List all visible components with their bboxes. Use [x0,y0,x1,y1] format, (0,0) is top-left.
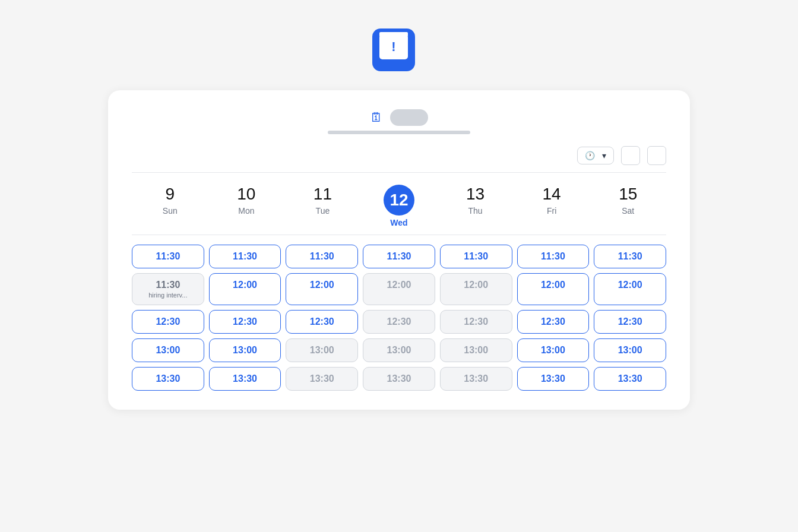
slot-time: 12:00 [213,280,277,290]
slot-time: 13:00 [290,345,354,356]
day-number: 15 [619,185,637,204]
day-name: Wed [390,218,407,227]
slot-time: 12:00 [290,280,354,290]
slot-time: 13:00 [521,345,585,356]
slot-time: 13:30 [521,373,585,384]
day-column-sat: 15Sat [590,185,666,227]
slot-time: 13:30 [136,373,200,384]
time-slot[interactable]: 11:30 [594,245,666,268]
day-name: Mon [238,206,254,216]
day-name: Thu [468,206,483,216]
slot-time: 13:00 [136,345,200,356]
slot-time: 12:30 [598,316,662,327]
time-slot[interactable]: 11:30 [286,245,358,268]
time-slot[interactable]: 11:30 [363,245,435,268]
card-top: 🗓 [132,109,666,134]
day-name: Sun [163,206,178,216]
time-slot[interactable]: 13:00 [209,338,281,362]
time-slot: 12:00 [363,273,435,305]
main-card: 🗓 🕐 ▾ 9Sun10Mon11Tue12Wed13Thu14Fri15Sat… [108,90,690,410]
time-slot[interactable]: 11:30 [440,245,512,268]
time-slot[interactable]: 13:30 [132,367,204,391]
time-slot[interactable]: 13:00 [132,338,204,362]
time-slot[interactable]: 12:30 [132,310,204,334]
time-slot[interactable]: 12:00 [594,273,666,305]
prev-button[interactable] [621,146,640,165]
time-slot: 12:00 [440,273,512,305]
day-column-thu: 13Thu [437,185,514,227]
day-column-sun: 9Sun [132,185,208,227]
slot-time: 13:00 [598,345,662,356]
scroll-indicator [328,131,470,134]
time-slot: 13:00 [286,338,358,362]
day-column-fri: 14Fri [514,185,590,227]
day-name: Sat [622,206,634,216]
slot-time: 12:00 [521,280,585,290]
time-slot[interactable]: 12:00 [517,273,590,305]
slot-time: 11:30 [367,251,431,262]
page-header [372,28,426,71]
next-button[interactable] [647,146,666,165]
time-slot[interactable]: 12:30 [209,310,281,334]
time-slot[interactable]: 12:30 [517,310,590,334]
slot-time: 12:30 [521,316,585,327]
time-slot[interactable]: 13:00 [594,338,666,362]
time-slot[interactable]: 12:00 [286,273,358,305]
day-number: 11 [314,185,332,204]
day-number: 10 [237,185,255,204]
day-name: Tue [316,206,330,216]
slot-time: 11:30 [213,251,277,262]
slot-time: 12:00 [444,280,508,290]
slot-time: 11:30 [136,280,200,290]
app-icon [372,28,415,71]
slot-time: 13:30 [367,373,431,384]
slot-time: 12:00 [367,280,431,290]
slot-time: 13:00 [213,345,277,356]
time-slot: 12:30 [363,310,435,334]
slot-time: 12:30 [136,316,200,327]
day-name: Fri [547,206,556,216]
time-slot[interactable]: 13:30 [594,367,666,391]
slot-time: 13:30 [444,373,508,384]
icon-toggle-row: 🗓 [370,109,428,126]
day-column-tue: 11Tue [284,185,361,227]
time-slot[interactable]: 13:30 [517,367,590,391]
day-number: 13 [466,185,484,204]
slot-time: 13:30 [213,373,277,384]
time-slot[interactable]: 12:30 [594,310,666,334]
time-slot: 12:30 [440,310,512,334]
time-slot[interactable]: 13:00 [517,338,590,362]
clock-icon: 🕐 [585,151,595,160]
slot-time: 12:00 [598,280,662,290]
slot-time: 11:30 [444,251,508,262]
time-grid: 11:3011:3011:3011:3011:3011:3011:3011:30… [132,245,666,391]
time-slot[interactable]: 12:30 [286,310,358,334]
slot-time: 12:30 [444,316,508,327]
slot-time: 13:00 [367,345,431,356]
nav-right: 🕐 ▾ [577,146,666,165]
time-slot: 13:30 [440,367,512,391]
time-slot: 11:30hiring interv... [132,273,204,305]
slot-time: 12:30 [213,316,277,327]
slot-subtitle: hiring interv... [136,292,200,299]
time-slot: 13:00 [363,338,435,362]
time-slot[interactable]: 12:00 [209,273,281,305]
time-slot: 13:30 [363,367,435,391]
time-slot[interactable]: 11:30 [132,245,204,268]
slot-time: 11:30 [521,251,585,262]
timezone-dropdown-icon: ▾ [602,151,606,160]
slot-time: 13:30 [290,373,354,384]
slot-time: 13:00 [444,345,508,356]
day-number: 9 [165,185,175,204]
slot-time: 11:30 [598,251,662,262]
time-slot[interactable]: 13:30 [209,367,281,391]
days-header: 9Sun10Mon11Tue12Wed13Thu14Fri15Sat [132,185,666,235]
slot-time: 11:30 [136,251,200,262]
toggle-switch[interactable] [390,109,428,126]
time-slot[interactable]: 11:30 [209,245,281,268]
day-column-mon: 10Mon [208,185,285,227]
time-slot[interactable]: 11:30 [517,245,590,268]
time-slot: 13:00 [440,338,512,362]
timezone-button[interactable]: 🕐 ▾ [577,147,614,164]
day-number: 12 [384,185,414,216]
